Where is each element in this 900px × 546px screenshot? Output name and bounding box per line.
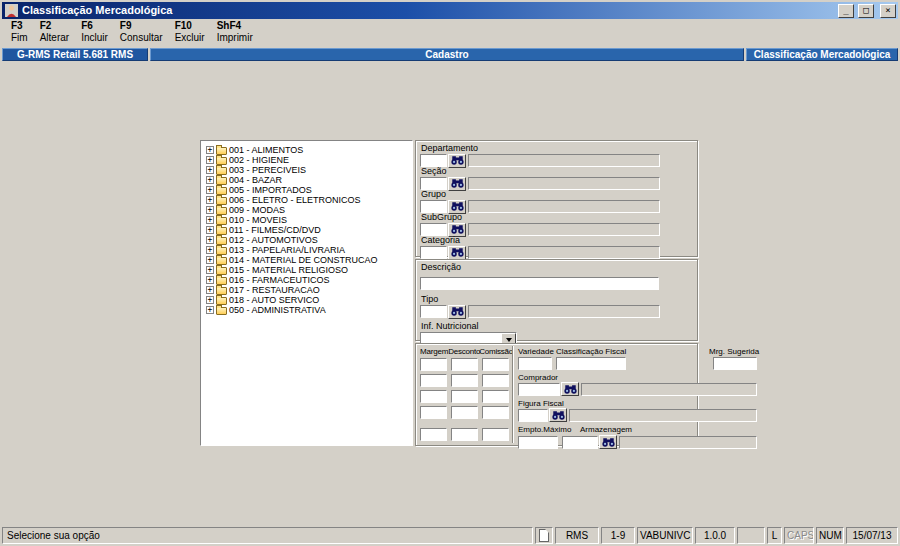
category-tree[interactable]: + 001 - ALIMENTOS + 002 - HIGIENE + 003 … xyxy=(200,140,413,446)
departamento-name-display xyxy=(468,154,660,167)
tree-item[interactable]: + 005 - IMPORTADOS xyxy=(203,185,410,195)
margem-input[interactable] xyxy=(420,406,447,419)
tipo-name-display xyxy=(468,305,660,318)
tree-item[interactable]: + 011 - FILMES/CD/DVD xyxy=(203,225,410,235)
folder-icon xyxy=(216,257,227,265)
mrg-sugerida-input[interactable] xyxy=(713,357,757,370)
expand-plus-icon[interactable]: + xyxy=(206,156,214,164)
toolbar-button-excluir[interactable]: F10 Excluir xyxy=(175,20,205,43)
status-caps-indicator: CAPS xyxy=(784,527,814,544)
tree-item[interactable]: + 014 - MATERIAL DE CONSTRUCAO xyxy=(203,255,410,265)
tipo-code-input[interactable] xyxy=(420,305,447,318)
tree-item[interactable]: + 003 - PERECIVEIS xyxy=(203,165,410,175)
expand-plus-icon[interactable]: + xyxy=(206,146,214,154)
minimize-button[interactable]: _ xyxy=(838,4,854,18)
close-button[interactable]: × xyxy=(880,4,896,18)
expand-plus-icon[interactable]: + xyxy=(206,176,214,184)
margem-column-label: Margem xyxy=(420,347,448,356)
expand-plus-icon[interactable]: + xyxy=(206,166,214,174)
tree-item[interactable]: + 016 - FARMACEUTICOS xyxy=(203,275,410,285)
comissao-input[interactable] xyxy=(482,428,509,441)
mrg-sugerida-label: Mrg. Sugerida xyxy=(709,347,757,356)
expand-plus-icon[interactable]: + xyxy=(206,276,214,284)
empto-maximo-label: Empto.Máximo xyxy=(518,425,580,434)
tree-item[interactable]: + 010 - MOVEIS xyxy=(203,215,410,225)
secao-lookup-button[interactable] xyxy=(448,177,466,191)
folder-icon xyxy=(216,227,227,235)
descricao-input[interactable] xyxy=(420,277,659,290)
margem-input[interactable] xyxy=(420,374,447,387)
comissao-input[interactable] xyxy=(482,374,509,387)
restore-button[interactable]: □ xyxy=(858,4,874,18)
toolbar-button-incluir[interactable]: F6 Incluir xyxy=(81,20,108,43)
armazenagem-lookup-button[interactable] xyxy=(599,435,617,449)
toolbar-button-fim[interactable]: F3 Fim xyxy=(11,20,28,43)
tipo-lookup-button[interactable] xyxy=(448,305,466,319)
expand-plus-icon[interactable]: + xyxy=(206,256,214,264)
tree-item[interactable]: + 002 - HIGIENE xyxy=(203,155,410,165)
margem-input[interactable] xyxy=(420,428,447,441)
tree-item[interactable]: + 017 - RESTAURACAO xyxy=(203,285,410,295)
expand-plus-icon[interactable]: + xyxy=(206,236,214,244)
tree-item[interactable]: + 012 - AUTOMOTIVOS xyxy=(203,235,410,245)
expand-plus-icon[interactable]: + xyxy=(206,206,214,214)
departamento-lookup-button[interactable] xyxy=(448,154,466,168)
tree-item[interactable]: + 004 - BAZAR xyxy=(203,175,410,185)
desconto-input[interactable] xyxy=(451,358,478,371)
classificacao-fiscal-input[interactable] xyxy=(556,357,626,370)
margem-input[interactable] xyxy=(420,390,447,403)
status-l-indicator: L xyxy=(767,527,782,544)
expand-plus-icon[interactable]: + xyxy=(206,306,214,314)
expand-plus-icon[interactable]: + xyxy=(206,216,214,224)
desconto-input[interactable] xyxy=(451,374,478,387)
variedade-input[interactable] xyxy=(518,357,552,370)
header-screen-name: Classificação Mercadológica xyxy=(746,48,898,61)
tree-item-label: 004 - BAZAR xyxy=(229,175,282,185)
desconto-input[interactable] xyxy=(451,406,478,419)
desconto-input[interactable] xyxy=(451,390,478,403)
variedade-label: Variedade xyxy=(518,347,556,356)
status-range: 1-9 xyxy=(601,527,635,544)
tree-item[interactable]: + 015 - MATERIAL RELIGIOSO xyxy=(203,265,410,275)
expand-plus-icon[interactable]: + xyxy=(206,186,214,194)
comprador-code-input[interactable] xyxy=(518,383,560,396)
margem-input[interactable] xyxy=(420,358,447,371)
comissao-input[interactable] xyxy=(482,406,509,419)
binoculars-icon xyxy=(602,438,615,447)
comissao-input[interactable] xyxy=(482,390,509,403)
tree-item[interactable]: + 018 - AUTO SERVICO xyxy=(203,295,410,305)
armazenagem-code-input[interactable] xyxy=(562,436,598,449)
field-label: SubGrupo xyxy=(421,213,693,222)
toolbar-button-alterar[interactable]: F2 Alterar xyxy=(40,20,69,43)
tree-item[interactable]: + 009 - MODAS xyxy=(203,205,410,215)
tree-item[interactable]: + 050 - ADMINISTRATIVA xyxy=(203,305,410,315)
categoria-code-input[interactable] xyxy=(420,246,447,259)
comissao-input[interactable] xyxy=(482,358,509,371)
expand-plus-icon[interactable]: + xyxy=(206,226,214,234)
categoria-lookup-button[interactable] xyxy=(448,246,466,260)
expand-plus-icon[interactable]: + xyxy=(206,196,214,204)
tree-item-label: 001 - ALIMENTOS xyxy=(229,145,303,155)
toolbar-button-consultar[interactable]: F9 Consultar xyxy=(120,20,163,43)
expand-plus-icon[interactable]: + xyxy=(206,286,214,294)
tree-item-label: 003 - PERECIVEIS xyxy=(229,165,306,175)
expand-plus-icon[interactable]: + xyxy=(206,296,214,304)
armazenagem-name-display xyxy=(619,436,757,449)
desconto-input[interactable] xyxy=(451,428,478,441)
folder-icon xyxy=(216,217,227,225)
comprador-lookup-button[interactable] xyxy=(561,382,579,396)
status-system: RMS xyxy=(555,527,599,544)
binoculars-icon xyxy=(451,156,464,165)
figura-fiscal-code-input[interactable] xyxy=(518,409,548,422)
tree-item[interactable]: + 006 - ELETRO - ELETRONICOS xyxy=(203,195,410,205)
folder-icon xyxy=(216,187,227,195)
expand-plus-icon[interactable]: + xyxy=(206,246,214,254)
tree-item[interactable]: + 013 - PAPELARIA/LIVRARIA xyxy=(203,245,410,255)
folder-icon xyxy=(216,157,227,165)
empto-maximo-input[interactable] xyxy=(518,436,558,449)
expand-plus-icon[interactable]: + xyxy=(206,266,214,274)
toolbar-button-imprimir[interactable]: ShF4 Imprimir xyxy=(217,20,253,43)
tree-item[interactable]: + 001 - ALIMENTOS xyxy=(203,145,410,155)
figura-fiscal-lookup-button[interactable] xyxy=(549,408,567,422)
tree-item-label: 014 - MATERIAL DE CONSTRUCAO xyxy=(229,255,378,265)
